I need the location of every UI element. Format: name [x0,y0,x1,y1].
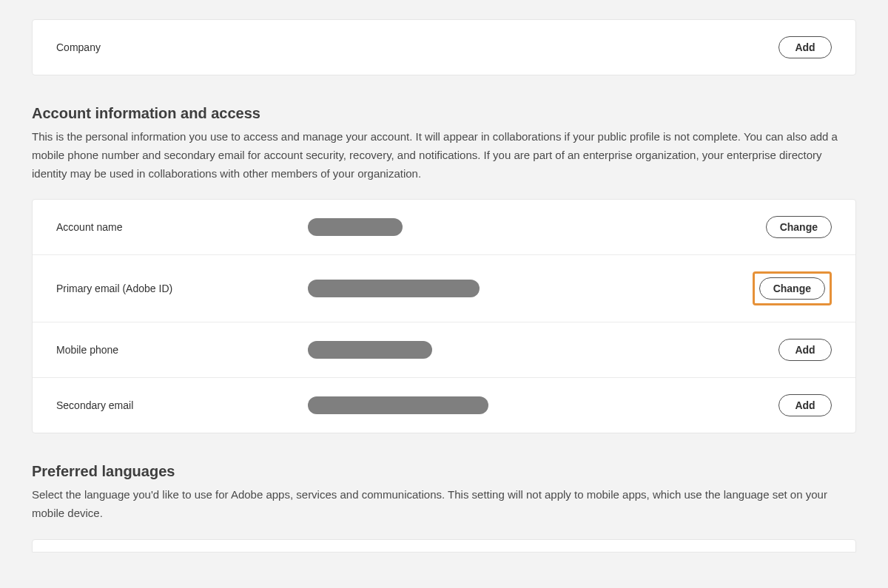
account-info-description: This is the personal information you use… [32,128,846,183]
languages-description: Select the language you'd like to use fo… [32,486,846,523]
company-row: Company Add [33,20,855,75]
primary-email-row: Primary email (Adobe ID) Change [33,255,855,322]
account-info-heading: Account information and access [32,105,856,122]
account-name-redacted [308,218,403,236]
mobile-phone-row: Mobile phone Add [33,322,855,378]
account-name-change-button[interactable]: Change [766,216,832,238]
secondary-email-value [308,396,778,414]
mobile-phone-redacted [308,341,432,359]
languages-card [32,539,856,552]
secondary-email-add-button[interactable]: Add [778,394,832,416]
company-label: Company [56,41,308,53]
account-name-label: Account name [56,221,308,233]
account-name-row: Account name Change [33,200,855,255]
mobile-phone-value [308,341,778,359]
mobile-phone-label: Mobile phone [56,344,308,356]
account-name-value [308,218,766,236]
primary-email-label: Primary email (Adobe ID) [56,283,308,294]
mobile-phone-add-button[interactable]: Add [778,339,832,361]
account-info-card: Account name Change Primary email (Adobe… [32,199,856,433]
company-card: Company Add [32,19,856,75]
secondary-email-row: Secondary email Add [33,378,855,433]
secondary-email-label: Secondary email [56,399,308,411]
primary-email-redacted [308,280,480,297]
company-add-button[interactable]: Add [778,36,832,58]
primary-email-value [308,280,753,297]
secondary-email-redacted [308,396,488,414]
primary-email-change-button[interactable]: Change [759,277,825,300]
languages-heading: Preferred languages [32,463,856,480]
primary-email-highlight: Change [753,271,832,305]
